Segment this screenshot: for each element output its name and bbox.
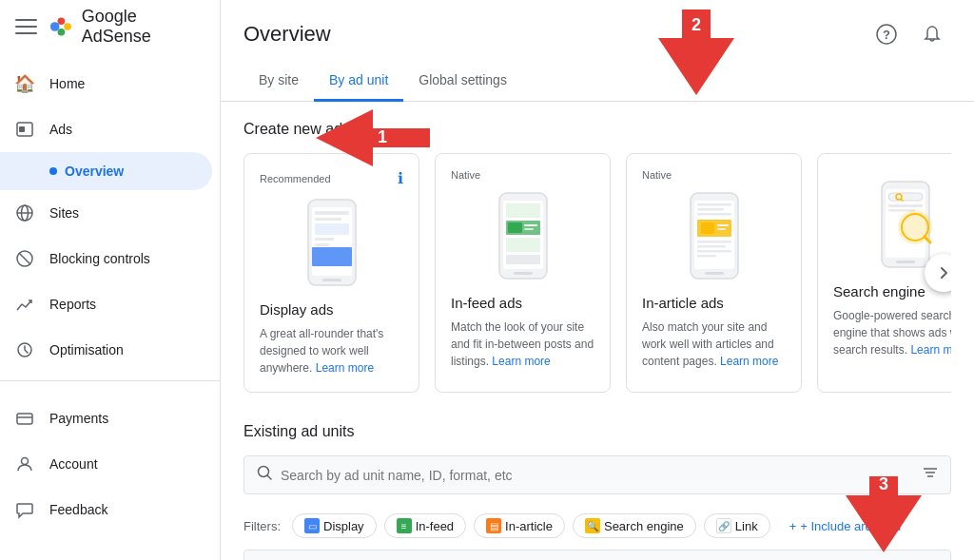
menu-icon[interactable] xyxy=(15,15,37,38)
filters-row: Filters: ▭ Display ≡ In-feed ▤ In-articl… xyxy=(244,506,951,546)
sidebar-item-payments[interactable]: Payments xyxy=(0,396,212,441)
ad-card-in-article[interactable]: Native xyxy=(626,153,802,393)
ad-unit-cards-container: Recommended ℹ xyxy=(244,153,951,393)
ads-label: Ads xyxy=(49,122,72,137)
ad-card-name-display: Display ads xyxy=(260,301,403,318)
ad-card-name-inarticle: In-article ads xyxy=(642,295,786,311)
filter-chip-display[interactable]: ▭ Display xyxy=(292,513,377,538)
include-archived-button[interactable]: + + Include archived xyxy=(778,515,912,537)
inarticle-ad-illustration xyxy=(676,191,752,281)
ad-card-display[interactable]: Recommended ℹ xyxy=(244,153,419,393)
sidebar-item-home[interactable]: 🏠 Home xyxy=(0,61,212,106)
inarticle-learn-more[interactable]: Learn more xyxy=(720,355,778,368)
svg-rect-5 xyxy=(19,126,25,132)
svg-rect-20 xyxy=(315,211,349,215)
svg-rect-28 xyxy=(506,203,540,218)
sidebar-item-sites[interactable]: Sites xyxy=(0,190,212,236)
ad-card-badge-display: Recommended ℹ xyxy=(260,169,403,187)
sidebar-item-ads[interactable]: Ads xyxy=(0,106,212,152)
notifications-button[interactable] xyxy=(913,15,951,53)
ad-card-badge-infeed: Native xyxy=(451,169,594,181)
svg-rect-42 xyxy=(701,222,714,234)
search-input[interactable] xyxy=(281,468,922,483)
svg-rect-49 xyxy=(705,272,724,275)
search-learn-more[interactable]: Learn more xyxy=(910,343,951,357)
svg-rect-24 xyxy=(315,243,329,246)
sidebar: Google AdSense 🏠 Home Ads Overview xyxy=(0,0,221,560)
header-icons: ? xyxy=(867,15,951,53)
payments-icon xyxy=(15,409,34,428)
info-icon-display[interactable]: ℹ xyxy=(398,169,403,187)
account-icon xyxy=(15,454,34,473)
svg-rect-22 xyxy=(315,223,349,235)
svg-rect-23 xyxy=(315,238,334,241)
display-learn-more[interactable]: Learn more xyxy=(316,361,374,375)
svg-rect-52 xyxy=(888,193,923,201)
chevron-right-icon xyxy=(935,264,951,281)
page-title: Overview xyxy=(244,22,331,47)
svg-line-10 xyxy=(19,253,30,264)
svg-rect-32 xyxy=(524,228,534,230)
svg-rect-31 xyxy=(524,224,537,226)
ad-card-desc-display: A great all-rounder that's designed to w… xyxy=(260,325,403,377)
ad-card-in-feed[interactable]: Native xyxy=(435,153,611,393)
search-ad-illustration xyxy=(867,180,944,270)
svg-rect-19 xyxy=(312,247,352,266)
create-section-title: Create new ad unit xyxy=(244,121,951,138)
existing-section-title: Existing ad units xyxy=(244,423,951,440)
search-icon xyxy=(256,464,273,486)
svg-point-2 xyxy=(64,23,71,30)
svg-rect-34 xyxy=(506,255,540,264)
sidebar-item-overview[interactable]: Overview xyxy=(0,152,212,190)
tab-global-settings[interactable]: Global settings xyxy=(403,61,522,102)
infeed-learn-more[interactable]: Learn more xyxy=(492,355,550,368)
sidebar-item-optimisation[interactable]: Optimisation xyxy=(0,327,212,373)
display-ad-illustration xyxy=(294,198,370,288)
link-chip-icon: 🔗 xyxy=(716,518,731,533)
search-chip-icon: 🔍 xyxy=(585,518,600,533)
sites-label: Sites xyxy=(49,205,79,221)
filters-label: Filters: xyxy=(244,519,281,533)
filter-chip-infeed[interactable]: ≡ In-feed xyxy=(384,513,466,538)
sidebar-item-feedback[interactable]: Feedback xyxy=(0,487,212,532)
sidebar-header: Google AdSense xyxy=(0,0,220,53)
svg-point-3 xyxy=(58,29,66,36)
filter-chip-link[interactable]: 🔗 Link xyxy=(704,513,770,538)
tab-by-ad-unit[interactable]: By ad unit xyxy=(314,61,403,102)
svg-rect-21 xyxy=(315,218,341,221)
existing-ad-units-section: Existing ad units xyxy=(244,423,951,560)
filter-options-icon[interactable] xyxy=(922,464,939,486)
sites-icon xyxy=(15,203,34,222)
google-g-icon xyxy=(49,13,74,40)
tab-by-site[interactable]: By site xyxy=(244,61,314,102)
svg-rect-30 xyxy=(508,222,522,233)
active-dot xyxy=(49,167,57,175)
svg-rect-46 xyxy=(697,245,726,248)
filter-chip-search-engine[interactable]: 🔍 Search engine xyxy=(573,513,696,538)
bell-icon xyxy=(922,24,943,45)
svg-rect-45 xyxy=(697,241,731,243)
svg-point-14 xyxy=(22,458,29,465)
main-content: Overview ? By site By ad unit Global set… xyxy=(221,0,974,560)
help-button[interactable]: ? xyxy=(867,15,906,53)
svg-rect-60 xyxy=(896,261,915,263)
plus-icon: + xyxy=(789,519,797,533)
sidebar-item-account[interactable]: Account xyxy=(0,441,212,487)
inarticle-chip-icon: ▤ xyxy=(486,518,501,533)
svg-rect-40 xyxy=(697,213,731,216)
main-header: Overview ? xyxy=(221,0,974,53)
svg-point-0 xyxy=(50,22,60,31)
sidebar-nav: 🏠 Home Ads Overview xyxy=(0,53,220,560)
feedback-label: Feedback xyxy=(49,502,107,517)
sidebar-item-reports[interactable]: Reports xyxy=(0,281,212,327)
svg-line-62 xyxy=(267,475,271,479)
brand-logo: Google AdSense xyxy=(49,7,205,47)
ad-card-badge-inarticle: Native xyxy=(642,169,786,181)
sidebar-item-blocking-controls[interactable]: Blocking controls xyxy=(0,236,212,281)
home-icon: 🏠 xyxy=(15,74,34,93)
svg-rect-39 xyxy=(697,208,724,211)
svg-rect-38 xyxy=(697,203,731,206)
payments-label: Payments xyxy=(49,411,108,426)
ad-card-name-infeed: In-feed ads xyxy=(451,295,594,311)
filter-chip-inarticle[interactable]: ▤ In-article xyxy=(474,513,565,538)
